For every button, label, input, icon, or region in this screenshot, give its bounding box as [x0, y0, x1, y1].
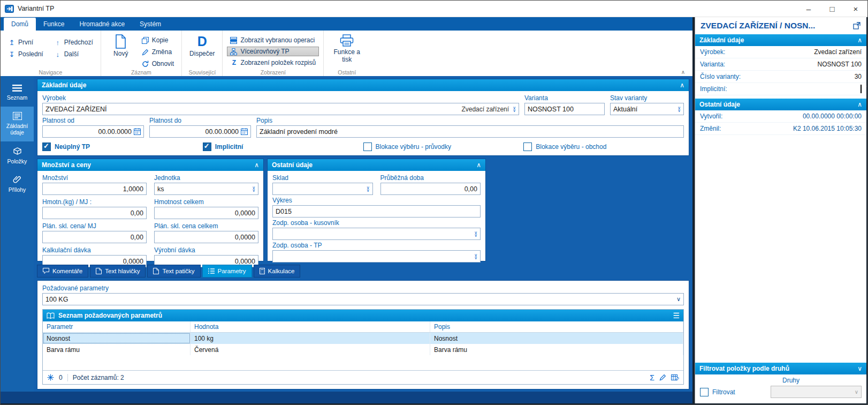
- form-icon: [13, 112, 22, 120]
- ribbon-collapse-chevron[interactable]: ∧: [681, 69, 685, 75]
- last-button[interactable]: ↧Poslední: [5, 48, 47, 60]
- ribbon-tab-funkce[interactable]: Funkce: [36, 18, 72, 31]
- arrow-down-icon: ↓: [54, 50, 62, 58]
- checkbox-implicitni[interactable]: Implicitní: [203, 142, 363, 151]
- refresh-button[interactable]: Obnovit: [139, 59, 177, 69]
- sidebar-item-zakladni-udaje[interactable]: Základní údaje: [1, 107, 34, 141]
- description-input[interactable]: Základní provedení modré: [256, 125, 684, 138]
- collapse-chevron-icon[interactable]: ∧: [680, 81, 684, 89]
- snowflake-icon[interactable]: [47, 374, 54, 381]
- column-header-parametr[interactable]: Parametr: [43, 321, 191, 332]
- calendar-icon[interactable]: [241, 128, 248, 135]
- ribbon-tab-system[interactable]: Systém: [132, 18, 169, 31]
- variant-state-label: Stav varianty: [610, 94, 684, 102]
- collapse-chevron-icon[interactable]: ∧: [476, 161, 481, 169]
- table-menu-icon[interactable]: ☰: [673, 311, 680, 320]
- filtrovat-checkbox[interactable]: Filtrovat: [700, 388, 735, 396]
- valid-to-input[interactable]: 00.00.0000: [149, 125, 251, 138]
- tab-text-hlavicky[interactable]: Text hlavičky: [90, 265, 146, 278]
- dispatcher-button[interactable]: D Dispečer: [186, 32, 218, 58]
- dropdown-chevron-icon[interactable]: [474, 231, 477, 237]
- show-selected-operation-button[interactable]: Zobrazit vybranou operaci: [227, 35, 319, 45]
- weight-per-unit-input[interactable]: 0,00: [42, 207, 147, 219]
- show-breakdown-items-button[interactable]: Z Zobrazení položek rozpisů: [227, 58, 319, 68]
- preview-section-header-ostatni: Ostatní údaje ∧: [695, 99, 866, 110]
- new-button[interactable]: Nový: [105, 32, 136, 69]
- dropdown-chevron-icon[interactable]: [367, 186, 370, 192]
- functions-print-button[interactable]: Funkce a tisk: [328, 32, 366, 64]
- tab-text-paticky[interactable]: Text patičky: [147, 265, 200, 278]
- sum-icon[interactable]: Σ: [650, 373, 654, 382]
- drawing-input[interactable]: D015: [272, 205, 481, 218]
- edit-icon[interactable]: [659, 374, 666, 381]
- multilevel-tp-button[interactable]: Víceúrovňový TP: [227, 47, 319, 56]
- ribbon-tab-domu[interactable]: Domů: [4, 18, 36, 31]
- checkbox-box[interactable]: [700, 388, 709, 396]
- sidebar-item-prilohy[interactable]: Přílohy: [1, 170, 34, 199]
- calc-batch-label: Kalkulační dávka: [42, 246, 147, 254]
- refresh-icon: [142, 61, 149, 68]
- checkbox-blokace-obchod[interactable]: Blokace výběru - obchod: [523, 142, 684, 151]
- valid-from-input[interactable]: 00.00.0000: [42, 125, 144, 138]
- planned-price-total-input[interactable]: 0,0000: [154, 231, 258, 243]
- copy-button[interactable]: Kopie: [139, 35, 177, 45]
- table-row[interactable]: Nosnost 100 kg Nosnost: [43, 333, 683, 344]
- dropdown-chevron-icon[interactable]: [474, 254, 477, 259]
- unit-label: Jednotka: [154, 174, 258, 182]
- sidebar-item-seznam[interactable]: Seznam: [1, 79, 34, 107]
- checkbox-neuplny-tp[interactable]: Neúplný TP: [42, 142, 203, 151]
- dropdown-chevron-icon[interactable]: [252, 186, 255, 192]
- panel-header: Ostatní údaje ∧: [268, 159, 485, 171]
- checkbox-box[interactable]: [42, 142, 51, 151]
- chevron-down-icon[interactable]: ∨: [676, 296, 681, 303]
- collapse-chevron-icon[interactable]: ∧: [857, 36, 862, 44]
- group-label-zaznam: Záznam: [101, 69, 181, 76]
- checkbox-box[interactable]: [203, 142, 211, 151]
- calendar-icon[interactable]: [134, 128, 141, 135]
- table-edit-icon[interactable]: [671, 374, 679, 381]
- chevron-down-icon: ∨: [855, 389, 858, 395]
- group-label-zobrazeni: Zobrazení: [223, 69, 323, 76]
- tab-kalkulace[interactable]: Kalkulace: [254, 265, 301, 278]
- checkbox-blokace-pruvodky[interactable]: Blokace výběru - průvodky: [363, 142, 524, 151]
- column-header-popis[interactable]: Popis: [430, 321, 683, 332]
- checkbox-box[interactable]: [363, 142, 372, 151]
- dropdown-chevron-icon[interactable]: [513, 107, 516, 112]
- ribbon-tab-hromadne-akce[interactable]: Hromadné akce: [72, 18, 132, 31]
- implicit-checkbox[interactable]: [861, 85, 862, 93]
- tab-parametry[interactable]: Parametry: [202, 265, 252, 278]
- unit-dropdown[interactable]: ks: [154, 183, 258, 195]
- first-button[interactable]: ↥První: [5, 36, 47, 48]
- tab-komentare[interactable]: Komentáře: [37, 265, 88, 278]
- previous-button[interactable]: ↑Předchozí: [51, 36, 96, 48]
- required-parameters-dropdown[interactable]: 100 KG ∨: [42, 293, 684, 305]
- table-row[interactable]: Barva rámu Červená Barva rámu: [43, 344, 683, 355]
- planned-price-input[interactable]: 0,00: [42, 231, 147, 243]
- checkbox-box[interactable]: [523, 142, 532, 151]
- quantity-input[interactable]: 1,0000: [42, 183, 147, 195]
- responsible-tp-dropdown[interactable]: [272, 250, 481, 262]
- change-button[interactable]: Změna: [139, 47, 177, 57]
- column-header-hodnota[interactable]: Hodnota: [191, 321, 430, 332]
- collapse-chevron-icon[interactable]: ∧: [857, 101, 862, 108]
- chevron-down-icon[interactable]: ∨: [857, 365, 862, 372]
- close-button[interactable]: ×: [844, 1, 867, 17]
- warehouse-dropdown[interactable]: [272, 183, 373, 195]
- responsible-bom-dropdown[interactable]: [272, 228, 481, 240]
- open-in-window-icon[interactable]: [853, 21, 861, 29]
- variant-input[interactable]: NOSNOST 100: [524, 103, 605, 115]
- sub-tab-strip: Komentáře Text hlavičky Text patičky Par…: [37, 265, 689, 278]
- druhy-dropdown[interactable]: ∨: [771, 386, 862, 398]
- variant-state-dropdown[interactable]: Aktuální: [610, 103, 684, 115]
- dropdown-chevron-icon[interactable]: [677, 107, 681, 112]
- product-input[interactable]: ZVEDACÍ ZAŘÍZENÍ Zvedací zařízení: [42, 103, 519, 115]
- next-button[interactable]: ↓Další: [51, 48, 96, 60]
- sidebar-item-polozky[interactable]: Položky: [1, 141, 34, 170]
- maximize-button[interactable]: □: [820, 1, 844, 17]
- weight-total-input[interactable]: 0,0000: [154, 207, 258, 219]
- panel-header: Základní údaje ∧: [37, 79, 689, 91]
- leadtime-input[interactable]: 0,00: [380, 183, 481, 195]
- collapse-chevron-icon[interactable]: ∧: [254, 161, 259, 169]
- footer-number: 0: [59, 374, 63, 381]
- minimize-button[interactable]: –: [797, 1, 820, 17]
